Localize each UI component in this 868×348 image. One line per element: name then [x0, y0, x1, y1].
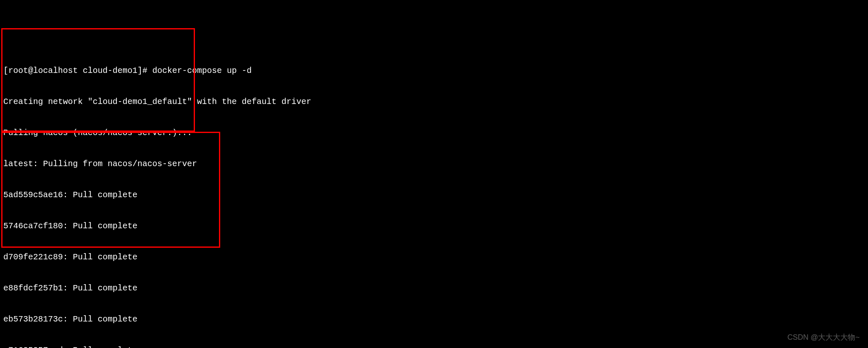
prompt-line: [root@localhost cloud-demo1]# docker-com…	[3, 65, 868, 76]
output-line: d709fe221c89: Pull complete	[3, 252, 868, 262]
output-line: e88fdcf257b1: Pull complete	[3, 283, 868, 293]
output-line: Pulling nacos (nacos/nacos-server:)...	[3, 128, 868, 138]
output-line: 5ad559c5ae16: Pull complete	[3, 190, 868, 200]
output-line: a71625257ced: Pull complete	[3, 345, 868, 348]
output-line: latest: Pulling from nacos/nacos-server	[3, 159, 868, 169]
output-line: eb573b28173c: Pull complete	[3, 314, 868, 324]
terminal-output: [root@localhost cloud-demo1]# docker-com…	[0, 41, 868, 348]
output-line: 5746ca7cf180: Pull complete	[3, 221, 868, 231]
output-line: Creating network "cloud-demo1_default" w…	[3, 97, 868, 107]
watermark-text: CSDN @大大大大物~	[787, 333, 860, 342]
